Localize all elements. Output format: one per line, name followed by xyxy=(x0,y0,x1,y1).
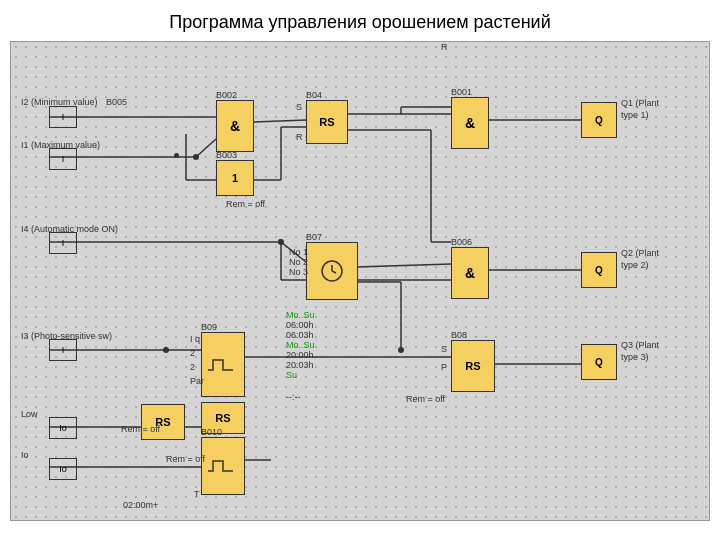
block-Q2: Q xyxy=(581,252,617,288)
b09-s-in: I q xyxy=(190,334,200,344)
svg-point-38 xyxy=(193,154,199,160)
svg-line-41 xyxy=(332,271,336,273)
contact-I3: I xyxy=(49,339,77,361)
block-B001-label: B001 xyxy=(451,87,472,97)
block-B003-remoff: Rem = off xyxy=(226,199,265,209)
b010-t-label: T xyxy=(194,489,200,499)
b08-remoff: Rem = off xyxy=(406,394,445,404)
block-B003-symbol: 1 xyxy=(232,172,238,184)
block-Q1-label-plant: Q1 (Plant xyxy=(621,98,659,108)
block-B010 xyxy=(201,437,245,495)
schedule-2000: 20:00h xyxy=(286,350,314,360)
block-Q1-label-type: type 1) xyxy=(621,110,649,120)
block-B006: & xyxy=(451,247,489,299)
block-Q3-label-type: type 3) xyxy=(621,352,649,362)
contact-I3-label: I xyxy=(62,345,65,355)
block-B08: RS xyxy=(451,340,495,392)
block-Q2-label-plant: Q2 (Plant xyxy=(621,248,659,258)
label-I3: I3 (Photo-sensitive sw) xyxy=(21,331,112,341)
block-Q2-symbol: Q xyxy=(595,265,603,276)
b010-remoff: Rem = off xyxy=(166,454,205,464)
schedule-0603: 06:03h xyxy=(286,330,314,340)
b010-timer: 02:00m+ xyxy=(123,500,158,510)
block-B09-RS-symbol: RS xyxy=(215,412,230,424)
block-Q1: Q xyxy=(581,102,617,138)
block-B003-label: B003 xyxy=(216,150,237,160)
pulse-icon-2 xyxy=(208,456,238,476)
clock-icon xyxy=(320,259,344,283)
block-B002-label: B002 xyxy=(216,90,237,100)
contact-I2: I xyxy=(49,106,77,128)
pulse-icon xyxy=(208,355,238,375)
block-B001: & xyxy=(451,97,489,149)
block-Q3-symbol: Q xyxy=(595,357,603,368)
block-B07 xyxy=(306,242,358,300)
label-I2: I2 (Minimum value) xyxy=(21,97,98,107)
b07-no1: No 1 xyxy=(289,247,308,257)
svg-point-29 xyxy=(398,347,404,353)
contact-I4-label: I xyxy=(62,238,65,248)
block-Q2-label-type: type 2) xyxy=(621,260,649,270)
block-B04: RS xyxy=(306,100,348,144)
schedule-su: Su xyxy=(286,370,297,380)
schedule-mosu2: Mo..Su xyxy=(286,340,315,350)
contact-I4: I xyxy=(49,232,77,254)
junction-dot-1 xyxy=(174,153,179,158)
block-B006-symbol: & xyxy=(465,265,475,281)
junction-dot-2 xyxy=(278,239,283,244)
b08-s-label: S xyxy=(441,344,447,354)
block-B010-label: B010 xyxy=(201,427,222,437)
block-B09 xyxy=(201,332,245,397)
b07-no2: No 2 xyxy=(289,257,308,267)
b08-r-label: R xyxy=(441,42,448,52)
block-B08-symbol: RS xyxy=(465,360,480,372)
block-B07-label: B07 xyxy=(306,232,322,242)
block-Q3: Q xyxy=(581,344,617,380)
b07-no3: No 3 xyxy=(289,267,308,277)
schedule-2003: 20:03h xyxy=(286,360,314,370)
schedule-mosu1: Mo..Su xyxy=(286,310,315,320)
rs-low-remoff: Rem = off xyxy=(121,424,160,434)
page-title: Программа управления орошением растений xyxy=(0,0,720,41)
diagram-container: I I2 (Minimum value) B005 I I1 (Maximum … xyxy=(10,41,710,521)
block-B08-label: B08 xyxy=(451,330,467,340)
contact-I1-label: I xyxy=(62,154,65,164)
label-I1: I1 (Maximum value) xyxy=(21,140,100,150)
block-B09-label: B09 xyxy=(201,322,217,332)
b04-s-label: S xyxy=(296,102,302,112)
b04-r-label: R xyxy=(296,132,303,142)
block-B04-label: B04 xyxy=(306,90,322,100)
contact-I1: I xyxy=(49,148,77,170)
block-B001-symbol: & xyxy=(465,115,475,131)
contact-Io-label: Io xyxy=(59,464,67,474)
svg-point-36 xyxy=(163,347,169,353)
block-B002: & xyxy=(216,100,254,152)
b09-par-in: 2 xyxy=(190,362,195,372)
schedule-dash: --:-- xyxy=(286,392,301,402)
block-B002-symbol: & xyxy=(230,118,240,134)
label-Io: Io xyxy=(21,450,29,460)
block-B003: 1 xyxy=(216,160,254,196)
svg-line-3 xyxy=(196,139,216,157)
contact-Low: Io xyxy=(49,417,77,439)
b09-par2: Par xyxy=(190,376,204,386)
label-Low: Low xyxy=(21,409,38,419)
block-Q3-label-plant: Q3 (Plant xyxy=(621,340,659,350)
label-I4: I4 (Automatic mode ON) xyxy=(21,224,118,234)
block-Q1-symbol: Q xyxy=(595,115,603,126)
contact-Low-label: Io xyxy=(59,423,67,433)
contact-Io: Io xyxy=(49,458,77,480)
contact-I2-label: I xyxy=(62,112,65,122)
label-I2-extra: B005 xyxy=(106,97,127,107)
svg-line-14 xyxy=(356,264,451,267)
svg-line-4 xyxy=(254,120,306,122)
block-B006-label: B006 xyxy=(451,237,472,247)
schedule-0600: 06:00h xyxy=(286,320,314,330)
b09-r-in: 2 xyxy=(190,348,195,358)
block-RS-low: RS xyxy=(141,404,185,440)
block-B04-symbol: RS xyxy=(319,116,334,128)
b08-p-label: P xyxy=(441,362,447,372)
